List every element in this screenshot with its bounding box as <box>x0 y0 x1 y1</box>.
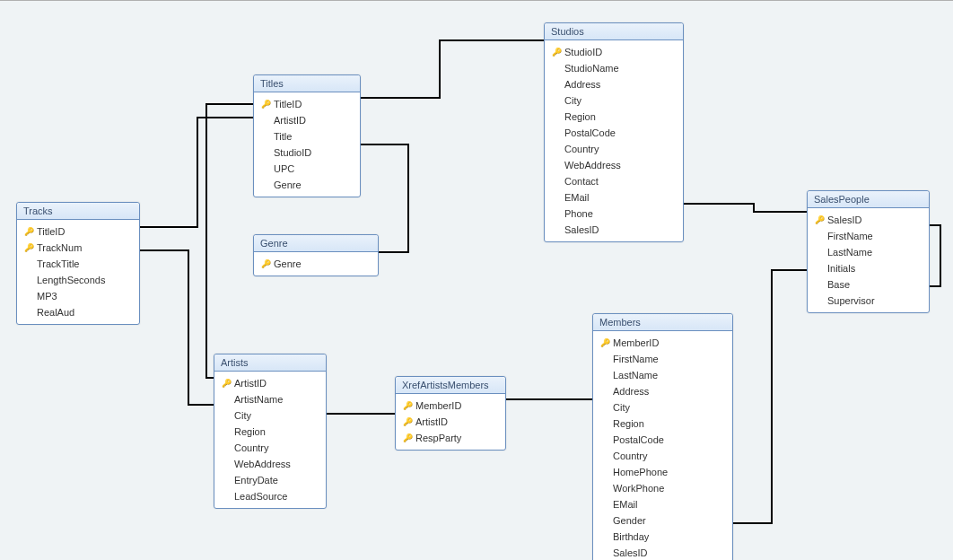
column-phone[interactable]: Phone <box>545 206 683 222</box>
column-firstname[interactable]: FirstName <box>808 228 929 244</box>
table-genre[interactable]: Genre Genre <box>253 234 379 276</box>
table-header[interactable]: Studios <box>545 23 683 40</box>
column-genre[interactable]: Genre <box>254 256 378 272</box>
column-memberid[interactable]: MemberID <box>396 398 505 414</box>
column-country[interactable]: Country <box>593 448 732 464</box>
column-title[interactable]: Title <box>254 128 360 144</box>
column-city[interactable]: City <box>214 407 326 424</box>
column-contact[interactable]: Contact <box>545 173 683 189</box>
column-lengthseconds[interactable]: LengthSeconds <box>17 272 139 288</box>
column-birthday[interactable]: Birthday <box>593 529 732 545</box>
column-base[interactable]: Base <box>808 276 929 293</box>
column-name: SalesID <box>563 223 599 237</box>
column-region[interactable]: Region <box>214 424 326 440</box>
primary-key-icon <box>599 336 611 350</box>
column-email[interactable]: EMail <box>593 496 732 512</box>
column-homephone[interactable]: HomePhone <box>593 464 732 480</box>
column-name: Country <box>563 142 599 156</box>
column-name: EntryDate <box>232 473 278 487</box>
column-address[interactable]: Address <box>545 76 683 92</box>
column-mp3[interactable]: MP3 <box>17 288 139 304</box>
table-salespeople[interactable]: SalesPeople SalesIDFirstNameLastNameInit… <box>807 190 930 313</box>
column-studioname[interactable]: StudioName <box>545 60 683 76</box>
table-studios[interactable]: Studios StudioIDStudioNameAddressCityReg… <box>544 22 684 242</box>
column-leadsource[interactable]: LeadSource <box>214 488 326 504</box>
table-header[interactable]: SalesPeople <box>808 191 929 208</box>
column-memberid[interactable]: MemberID <box>593 335 732 351</box>
column-name: MemberID <box>611 336 659 350</box>
column-salesid[interactable]: SalesID <box>808 212 929 228</box>
column-country[interactable]: Country <box>545 141 683 157</box>
column-name: Genre <box>272 178 302 192</box>
column-name: StudioID <box>563 45 602 59</box>
column-titleid[interactable]: TitleID <box>254 96 360 112</box>
table-header[interactable]: Members <box>593 314 732 331</box>
column-name: WorkPhone <box>611 481 664 495</box>
column-name: WebAddress <box>563 158 621 172</box>
column-webaddress[interactable]: WebAddress <box>545 157 683 173</box>
column-city[interactable]: City <box>593 399 732 416</box>
column-artistid[interactable]: ArtistID <box>254 112 360 128</box>
column-list: TitleIDArtistIDTitleStudioIDUPCGenre <box>254 92 360 197</box>
column-name: TrackNum <box>35 241 82 255</box>
column-postalcode[interactable]: PostalCode <box>545 125 683 141</box>
table-header[interactable]: Artists <box>214 354 326 372</box>
column-tracknum[interactable]: TrackNum <box>17 240 139 256</box>
table-tracks[interactable]: Tracks TitleIDTrackNumTrackTitleLengthSe… <box>16 202 140 325</box>
column-name: Region <box>611 416 644 431</box>
column-salesid[interactable]: SalesID <box>593 545 732 560</box>
column-name: Base <box>826 277 850 292</box>
column-name: Address <box>563 77 600 92</box>
column-address[interactable]: Address <box>593 383 732 399</box>
table-artists[interactable]: Artists ArtistIDArtistNameCityRegionCoun… <box>214 354 327 509</box>
db-diagram-canvas[interactable]: Tracks TitleIDTrackNumTrackTitleLengthSe… <box>0 1 953 560</box>
table-header[interactable]: XrefArtistsMembers <box>396 377 505 394</box>
column-initials[interactable]: Initials <box>808 260 929 276</box>
column-gender[interactable]: Gender <box>593 512 732 529</box>
column-region[interactable]: Region <box>593 416 732 432</box>
column-name: TitleID <box>35 224 65 239</box>
column-name: Region <box>563 109 596 124</box>
column-region[interactable]: Region <box>545 109 683 125</box>
column-titleid[interactable]: TitleID <box>17 223 139 240</box>
column-studioid[interactable]: StudioID <box>254 144 360 161</box>
column-name: ArtistID <box>414 415 448 429</box>
column-postalcode[interactable]: PostalCode <box>593 432 732 448</box>
column-name: City <box>563 93 581 108</box>
column-realaud[interactable]: RealAud <box>17 304 139 320</box>
column-firstname[interactable]: FirstName <box>593 351 732 367</box>
primary-key-icon <box>259 257 272 271</box>
column-lastname[interactable]: LastName <box>593 367 732 383</box>
column-name: ArtistID <box>272 113 306 127</box>
table-members[interactable]: Members MemberIDFirstNameLastNameAddress… <box>592 313 733 560</box>
column-supervisor[interactable]: Supervisor <box>808 293 929 309</box>
column-name: Phone <box>563 206 593 221</box>
table-header[interactable]: Titles <box>254 75 360 92</box>
table-header[interactable]: Genre <box>254 235 378 252</box>
table-titles[interactable]: Titles TitleIDArtistIDTitleStudioIDUPCGe… <box>253 74 361 197</box>
column-artistname[interactable]: ArtistName <box>214 391 326 407</box>
column-webaddress[interactable]: WebAddress <box>214 456 326 472</box>
column-artistid[interactable]: ArtistID <box>396 414 505 430</box>
table-header[interactable]: Tracks <box>17 203 139 220</box>
column-tracktitle[interactable]: TrackTitle <box>17 256 139 272</box>
column-name: UPC <box>272 162 294 176</box>
table-xrefartistsmembers[interactable]: XrefArtistsMembers MemberIDArtistIDRespP… <box>395 376 506 451</box>
column-name: Contact <box>563 174 599 188</box>
column-city[interactable]: City <box>545 92 683 109</box>
column-salesid[interactable]: SalesID <box>545 222 683 238</box>
column-genre[interactable]: Genre <box>254 177 360 193</box>
column-list: ArtistIDArtistNameCityRegionCountryWebAd… <box>214 372 326 508</box>
column-country[interactable]: Country <box>214 440 326 456</box>
column-workphone[interactable]: WorkPhone <box>593 480 732 496</box>
column-studioid[interactable]: StudioID <box>545 44 683 60</box>
column-upc[interactable]: UPC <box>254 161 360 177</box>
column-list: MemberIDFirstNameLastNameAddressCityRegi… <box>593 331 732 560</box>
column-respparty[interactable]: RespParty <box>396 430 505 446</box>
column-lastname[interactable]: LastName <box>808 244 929 260</box>
column-entrydate[interactable]: EntryDate <box>214 472 326 488</box>
column-name: Gender <box>611 513 646 528</box>
column-email[interactable]: EMail <box>545 189 683 206</box>
column-list: MemberIDArtistIDRespParty <box>396 394 505 450</box>
column-artistid[interactable]: ArtistID <box>214 375 326 391</box>
